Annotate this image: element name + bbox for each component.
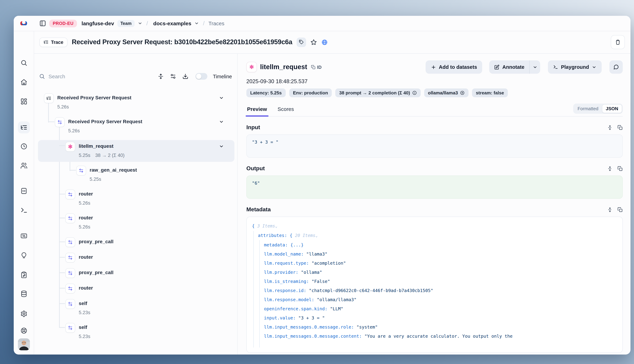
terminal-icon: [553, 64, 558, 70]
tree-row-span[interactable]: proxy_pre_call: [38, 267, 235, 278]
detail-tabs: Preview Scores Formatted JSON: [246, 104, 623, 116]
trace-type-chip: Trace: [39, 38, 68, 47]
format-formatted-option[interactable]: Formatted: [574, 104, 602, 113]
section-label[interactable]: Traces: [208, 20, 225, 26]
copy-icon[interactable]: [617, 166, 623, 171]
json-line: llm.input_messages.0.message.content: "Y…: [264, 332, 617, 341]
add-to-datasets-button[interactable]: Add to datasets: [426, 60, 482, 74]
org-switcher-chevron-icon[interactable]: [138, 21, 142, 26]
sidebar-toggle-icon[interactable]: [39, 20, 46, 27]
copy-icon[interactable]: [617, 125, 623, 130]
copy-id-button[interactable]: ID: [311, 64, 322, 70]
format-json-option[interactable]: JSON: [602, 104, 622, 113]
project-name[interactable]: docs-examples: [153, 20, 191, 26]
comments-button[interactable]: [609, 60, 623, 74]
add-to-datasets-label: Add to datasets: [439, 64, 477, 70]
output-content: "6": [246, 176, 623, 199]
knot-logo-icon: [20, 19, 28, 28]
annotation-clipboard-pen-icon[interactable]: [20, 271, 27, 278]
search-nav-icon[interactable]: [20, 59, 27, 66]
project-switcher-chevron-icon[interactable]: [194, 21, 199, 26]
annotate-dropdown-chevron[interactable]: [529, 60, 540, 74]
tree-row-duration: 5.25s: [79, 152, 90, 159]
tree-row-span[interactable]: self 5.23s: [38, 298, 235, 318]
public-globe-icon[interactable]: [321, 39, 328, 46]
home-icon[interactable]: [20, 79, 27, 86]
breadcrumb-separator-icon: [146, 20, 149, 27]
playground-button[interactable]: Playground: [548, 60, 602, 74]
tracing-nav-active[interactable]: [18, 122, 30, 134]
timeline-label: Timeline: [213, 74, 232, 79]
chevron-down-icon[interactable]: [219, 119, 224, 124]
tab-scores[interactable]: Scores: [277, 104, 295, 116]
annotate-label: Annotate: [502, 64, 525, 70]
collapse-section-icon[interactable]: [607, 125, 612, 130]
json-root-line[interactable]: { 3 Items: [252, 222, 617, 231]
collapse-section-icon[interactable]: [607, 207, 612, 212]
output-label: Output: [246, 165, 265, 172]
tree-settings-icon[interactable]: [170, 73, 176, 79]
chevron-down-icon[interactable]: [219, 144, 224, 149]
env-badge: Env: production: [289, 88, 332, 97]
tree-row-label: router: [79, 188, 93, 200]
users-icon[interactable]: [20, 162, 27, 169]
tree-row-span[interactable]: router: [38, 282, 235, 294]
page: PROD-EU langfuse-dev Team docs-examples …: [0, 0, 634, 364]
tree-row-span[interactable]: router 5.26s: [38, 188, 235, 208]
tree-row-span[interactable]: raw_gen_ai_request 5.25s: [38, 164, 235, 184]
dashboard-icon[interactable]: [20, 98, 27, 105]
span-arrows-icon: [65, 323, 75, 333]
trace-titlebar: Trace Received Proxy Server Request: b30…: [34, 31, 630, 54]
stream-badge: stream: false: [472, 88, 508, 97]
user-avatar[interactable]: [18, 338, 30, 350]
model-badge[interactable]: ollama/llama3: [424, 88, 469, 97]
org-logo[interactable]: [14, 16, 34, 31]
playground-label: Playground: [561, 64, 589, 70]
star-icon[interactable]: [310, 39, 317, 46]
tree-row-trace-root[interactable]: Received Proxy Server Request 5.26s: [38, 92, 235, 112]
json-line: llm.input_messages.0.message.role: "syst…: [264, 322, 617, 332]
json-line: llm.response.model: "ollama/llama3": [264, 295, 617, 304]
tree-row-duration: 5.26s: [79, 223, 90, 231]
tree-row-span[interactable]: router: [38, 252, 235, 263]
span-arrows-icon: [76, 166, 86, 176]
tab-preview[interactable]: Preview: [246, 104, 268, 116]
tree-row-litellm-selected[interactable]: litellm_request 5.25s 38 → 2 (Σ 40): [38, 140, 235, 162]
copy-icon[interactable]: [617, 207, 623, 212]
settings-gear-icon[interactable]: [20, 310, 27, 317]
collapse-caret-icon[interactable]: [275, 224, 277, 228]
breadcrumb: PROD-EU langfuse-dev Team docs-examples …: [34, 16, 630, 31]
tree-row-span[interactable]: router 5.26s: [38, 212, 235, 232]
timeline-toggle[interactable]: [195, 73, 207, 80]
collapse-all-icon[interactable]: [158, 73, 164, 79]
tree-row-span[interactable]: Received Proxy Server Request 5.26s: [38, 116, 235, 136]
sessions-clock-icon[interactable]: [20, 143, 27, 150]
json-line[interactable]: attributes: { 20 Items: [258, 231, 617, 240]
collapse-caret-icon[interactable]: [315, 234, 318, 238]
tree-row-label: raw_gen_ai_request: [90, 164, 137, 176]
tokens-badge[interactable]: 38 prompt → 2 completion (Σ 40): [335, 88, 421, 97]
tag-icon[interactable]: [297, 38, 306, 47]
badges-row: Latency: 5.25s Env: production 38 prompt…: [246, 88, 623, 97]
download-icon[interactable]: [182, 73, 188, 79]
metadata-label: Metadata: [246, 206, 271, 213]
search-input[interactable]: [48, 73, 151, 80]
lightbulb-icon[interactable]: [20, 252, 27, 259]
delete-trace-button[interactable]: [611, 35, 625, 49]
datasets-database-icon[interactable]: [20, 290, 27, 297]
annotate-button[interactable]: Annotate: [489, 60, 529, 74]
json-line[interactable]: metadata: {...}: [264, 240, 617, 250]
tree-row-span[interactable]: self 5.23s: [38, 322, 235, 342]
evaluation-percent-icon[interactable]: [20, 232, 27, 240]
playground-terminal-icon[interactable]: [20, 207, 27, 214]
org-name[interactable]: langfuse-dev: [82, 20, 114, 26]
breadcrumb-separator-icon: [202, 20, 205, 27]
tree-row-span[interactable]: proxy_pre_call: [38, 236, 235, 248]
support-lifebuoy-icon[interactable]: [20, 327, 27, 334]
chevron-down-icon[interactable]: [219, 96, 224, 100]
chevron-down-icon: [592, 65, 596, 69]
trace-title: Received Proxy Server Request: b3010b422…: [72, 38, 292, 46]
prompts-file-code-icon[interactable]: [20, 188, 27, 194]
observation-tree-panel: Timeline Received Proxy Server Request 5…: [34, 53, 237, 354]
collapse-section-icon[interactable]: [607, 166, 612, 171]
